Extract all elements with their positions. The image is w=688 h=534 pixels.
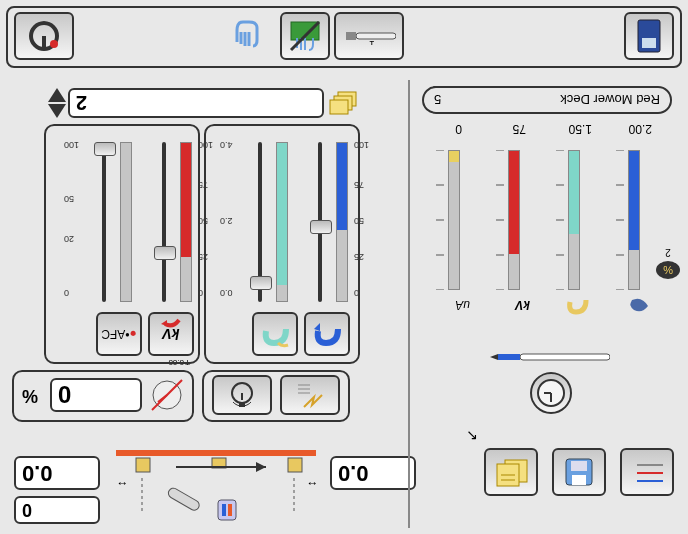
side-label-val: 0.00 [168,358,184,367]
status-bar-kv [488,140,528,290]
svg-rect-9 [136,458,150,472]
preset-number: 5 [434,93,441,108]
svg-rect-8 [288,458,302,472]
guns-button[interactable] [620,448,674,496]
status-icon-kv: kV [515,298,530,312]
status-icon-air2 [566,296,590,316]
spray-panel [202,370,350,422]
svg-point-63 [50,40,58,48]
status-bar-ua [428,140,468,290]
cursor-icon: ↖ [466,428,478,444]
status-icon-ua: uA [455,298,470,312]
manual-button[interactable] [224,12,274,60]
air2-icon-button[interactable] [252,312,298,356]
svg-rect-55 [642,38,656,48]
svg-text:↔: ↔ [116,477,128,491]
spinner-up[interactable] [48,104,66,118]
clock-button[interactable] [530,372,572,414]
side-label-t: T [185,358,190,367]
svg-rect-56 [356,33,396,39]
side-gauge-icon [148,376,186,414]
svg-text:1: 1 [369,39,375,45]
svg-rect-2 [571,461,587,471]
reading-kv: 75 [513,122,526,136]
svg-rect-16 [167,486,201,512]
cards-icon [328,88,358,116]
spark-button[interactable] [280,375,340,415]
status-icon-air1 [626,296,652,316]
save-button[interactable] [552,448,606,496]
reading-ua: 0 [455,122,462,136]
trim-panel: T 0.00 0 % [12,370,194,422]
svg-rect-57 [346,32,356,40]
air1-icon-button[interactable] [304,312,350,356]
notes-button[interactable] [484,448,538,496]
slider-afc[interactable] [80,138,136,302]
ready-button[interactable] [14,12,74,60]
conveyor-diagram: ↔ ↔ [106,442,326,522]
status-bar-air2 [548,140,588,290]
svg-text:↔: ↔ [306,477,318,491]
readout-small: 0 [14,496,100,524]
kv-icon-button[interactable]: kV [148,312,194,356]
preset-name: Red Mower Deck [560,93,660,108]
spinner-down[interactable] [48,88,66,102]
svg-rect-15 [222,504,226,516]
spinner-field[interactable]: 2 [68,88,324,118]
reading-air1: 2.00 [629,122,652,136]
slider-air1[interactable] [296,138,352,302]
trim-value[interactable]: 0 [50,378,142,412]
svg-rect-27 [520,354,610,360]
timer-button[interactable] [212,375,272,415]
pct-badge: % 2 [654,247,682,282]
status-bar-air1 [608,140,648,290]
reading-air2: 1.50 [569,122,592,136]
svg-rect-7 [116,450,316,456]
svg-rect-53 [330,100,348,114]
readout-right: 0.0 [330,456,416,490]
divider [408,80,410,528]
afc-icon-button[interactable]: ●•AFC [96,312,142,356]
percent-label: % [22,385,38,406]
program-button[interactable] [624,12,674,60]
svg-rect-13 [218,500,236,520]
manual-off-button[interactable] [280,12,330,60]
afc-label: •AFC [101,327,129,341]
svg-rect-1 [572,475,586,485]
preset-field[interactable]: Red Mower Deck 5 [422,86,672,114]
slider-air2[interactable] [236,138,292,302]
single-gun-button[interactable]: 1 [334,12,404,60]
slider-kv[interactable] [140,138,196,302]
readout-left: 0.0 [14,456,100,490]
pen-icon [490,350,610,364]
svg-rect-14 [228,504,232,516]
svg-text:%: % [663,264,673,276]
svg-rect-28 [498,354,520,360]
